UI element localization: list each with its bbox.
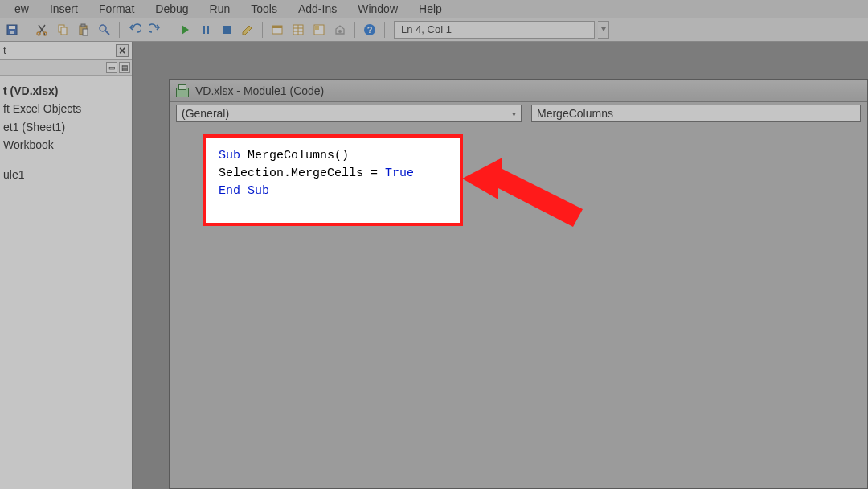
project-node-module1[interactable]: ule1 (3, 166, 129, 183)
stop-button[interactable] (218, 21, 235, 39)
svg-rect-2 (10, 31, 14, 34)
chevron-down-icon: ▾ (512, 109, 516, 118)
project-tree[interactable]: t (VD.xlsx) ft Excel Objects et1 (Sheet1… (0, 76, 132, 489)
copy-button[interactable] (54, 21, 72, 39)
menu-help[interactable]: Help (411, 2, 450, 15)
project-explorer-title: t (3, 44, 6, 56)
pause-button[interactable] (197, 21, 215, 39)
menu-tools[interactable]: Tools (243, 2, 285, 15)
properties-button[interactable] (289, 21, 307, 39)
design-mode-button[interactable] (239, 21, 256, 39)
svg-point-19 (338, 30, 342, 33)
code-line-2-text: Selection.MergeCells = (219, 166, 385, 180)
svg-rect-1 (9, 26, 15, 29)
svg-rect-15 (272, 26, 282, 28)
project-explorer-titlebar: t × (0, 42, 132, 60)
toolbar: ? Ln 4, Col 1 (0, 18, 868, 42)
svg-rect-12 (207, 26, 209, 34)
keyword-sub: Sub (219, 149, 240, 162)
svg-text:?: ? (367, 25, 373, 35)
svg-marker-22 (462, 158, 583, 227)
mdi-area: VD.xlsx - Module1 (Code) (General) ▾ Mer… (133, 42, 868, 489)
code-highlight-box: Sub MergeColumns() Selection.MergeCells … (203, 134, 463, 226)
svg-rect-9 (83, 29, 88, 35)
find-button[interactable] (96, 21, 113, 39)
menu-bar: ew Insert Format Debug Run Tools Add-Ins… (0, 0, 868, 18)
menu-view[interactable]: ew (6, 2, 37, 15)
procedure-dropdown[interactable]: MergeColumns (531, 105, 861, 122)
code-window-titlebar[interactable]: VD.xlsx - Module1 (Code) (170, 80, 867, 102)
object-dropdown-value: (General) (182, 107, 229, 120)
run-button[interactable] (176, 21, 194, 39)
cut-button[interactable] (33, 21, 51, 39)
sub-name: MergeColumns() (240, 149, 349, 162)
save-button[interactable] (3, 21, 21, 39)
cursor-position-text: Ln 4, Col 1 (401, 23, 452, 35)
menu-insert[interactable]: Insert (42, 2, 86, 15)
project-explorer: t × ▭ ▤ t (VD.xlsx) ft Excel Objects et1… (0, 42, 133, 489)
project-node-excel-objects[interactable]: ft Excel Objects (3, 100, 129, 117)
project-explorer-toggle-1[interactable]: ▭ (106, 62, 117, 73)
project-node-sheet1[interactable]: et1 (Sheet1) (3, 118, 129, 136)
code-line-3: End Sub (219, 183, 447, 200)
code-window-dropdowns: (General) ▾ MergeColumns (170, 102, 867, 125)
object-browser-button[interactable] (310, 21, 328, 39)
menu-run[interactable]: Run (202, 2, 239, 15)
keyword-endsub: End Sub (219, 184, 269, 198)
callout-arrow-icon (462, 151, 591, 232)
object-dropdown[interactable]: (General) ▾ (176, 105, 522, 122)
code-line-2: Selection.MergeCells = True (219, 165, 447, 183)
code-window-title: VD.xlsx - Module1 (Code) (195, 84, 324, 97)
svg-rect-8 (81, 24, 85, 27)
project-explorer-button[interactable] (268, 21, 286, 39)
project-node-workbook[interactable]: Workbook (3, 136, 129, 154)
menu-debug[interactable]: Debug (147, 2, 196, 15)
menu-addins[interactable]: Add-Ins (290, 2, 345, 15)
redo-button[interactable] (146, 21, 164, 39)
svg-rect-6 (61, 27, 67, 35)
literal-true: True (385, 166, 414, 180)
svg-rect-18 (315, 26, 319, 30)
paste-button[interactable] (75, 21, 92, 39)
code-line-1: Sub MergeColumns() (219, 147, 447, 165)
svg-point-10 (100, 25, 106, 31)
menu-format[interactable]: Format (91, 2, 142, 15)
project-explorer-toolbar: ▭ ▤ (0, 60, 132, 76)
svg-rect-13 (223, 26, 231, 34)
undo-button[interactable] (125, 21, 143, 39)
project-explorer-toggle-2[interactable]: ▤ (119, 62, 130, 73)
cursor-position-dropdown[interactable] (598, 21, 609, 39)
help-button[interactable]: ? (361, 21, 379, 39)
main-area: t × ▭ ▤ t (VD.xlsx) ft Excel Objects et1… (0, 42, 868, 489)
procedure-dropdown-value: MergeColumns (537, 107, 613, 120)
project-explorer-close-button[interactable]: × (116, 44, 129, 57)
menu-window[interactable]: Window (350, 2, 406, 15)
cursor-position-box: Ln 4, Col 1 (394, 21, 595, 39)
project-node-spacer (3, 154, 129, 166)
module-icon (176, 84, 189, 97)
project-node-root[interactable]: t (VD.xlsx) (3, 82, 129, 100)
toolbox-button[interactable] (331, 21, 349, 39)
svg-rect-11 (203, 26, 205, 34)
